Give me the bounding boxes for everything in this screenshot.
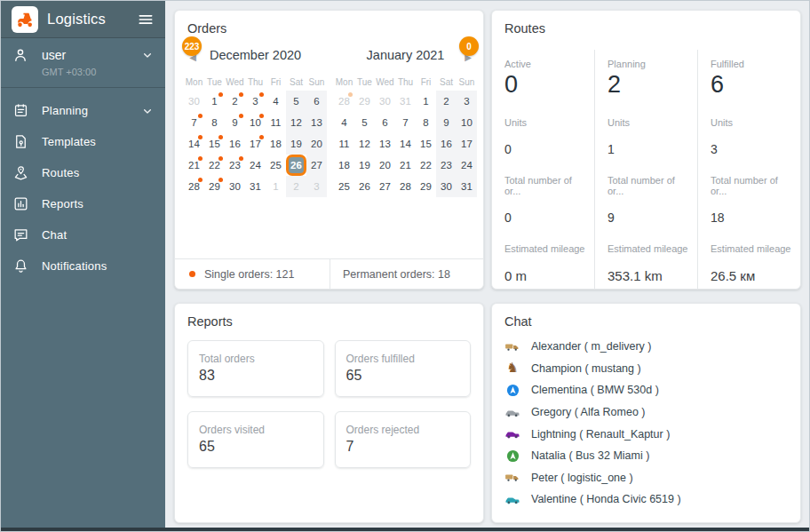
calendar-day[interactable]: 29 [204, 176, 225, 197]
calendar-day[interactable]: 2 [436, 91, 457, 112]
calendar-day[interactable]: 4 [334, 112, 354, 133]
chevron-down-icon[interactable] [140, 104, 155, 118]
calendar-day[interactable]: 13 [306, 112, 327, 133]
calendar-day[interactable]: 10 [245, 112, 266, 133]
chat-item[interactable]: ♞Champion ( mustang ) [504, 358, 788, 380]
chat-item[interactable]: Valentine ( Honda Civic 6519 ) [504, 488, 788, 511]
calendar-day[interactable]: 31 [245, 176, 266, 197]
calendar-day[interactable]: 15 [204, 133, 225, 155]
calendar-day[interactable]: 15 [416, 133, 436, 155]
prev-month-arrow-icon[interactable]: ◀223 [187, 51, 198, 63]
report-card-orders-fulfilled: Orders fulfilled65 [335, 340, 472, 397]
calendar-day[interactable]: 11 [334, 133, 354, 155]
sidebar-item-planning[interactable]: Planning [1, 95, 165, 126]
calendar-day[interactable]: 26 [354, 176, 375, 197]
sidebar-item-label: Reports [42, 197, 155, 210]
calendar-day[interactable]: 17 [457, 133, 477, 155]
calendar-day[interactable]: 28 [334, 91, 354, 112]
calendar-day[interactable]: 23 [436, 155, 457, 176]
calendar-day[interactable]: 23 [225, 155, 245, 176]
calendar-day[interactable]: 3 [306, 176, 327, 197]
calendar-day[interactable]: 2 [225, 91, 245, 112]
calendar-day[interactable]: 8 [204, 112, 225, 133]
chat-item[interactable]: Clementina ( BMW 530d ) [504, 379, 788, 401]
calendar-day[interactable]: 29 [354, 91, 375, 112]
calendar-day[interactable]: 18 [334, 155, 354, 176]
calendar-day[interactable]: 24 [245, 155, 266, 176]
calendar-day[interactable]: 29 [416, 176, 436, 197]
calendar-day[interactable]: 13 [375, 133, 395, 155]
chat-item-name: Clementina ( BMW 530d ) [531, 384, 659, 396]
calendar-day[interactable]: 25 [334, 176, 354, 197]
sidebar-user-section[interactable]: user GMT +03:00 [1, 38, 165, 88]
sidebar-item-reports[interactable]: Reports [1, 188, 165, 219]
calendar-month: ▶0January 2021MonTueWedThuFriSatSun28293… [334, 37, 477, 197]
calendar-day[interactable]: 20 [306, 133, 327, 155]
calendar-days-grid: 3012345678910111213141516171819202122232… [184, 91, 327, 197]
calendar-day[interactable]: 28 [184, 176, 204, 197]
sidebar-item-notifications[interactable]: Notifications [1, 250, 165, 282]
sidebar-item-chat[interactable]: Chat [1, 219, 165, 250]
calendar-day[interactable]: 2 [286, 176, 306, 197]
calendar-day[interactable]: 18 [266, 133, 286, 155]
calendar-day[interactable]: 17 [245, 133, 266, 155]
order-dot-icon [348, 92, 353, 97]
calendar-day[interactable]: 3 [457, 91, 477, 112]
calendar-day[interactable]: 7 [184, 112, 204, 133]
next-month-arrow-icon[interactable]: ▶0 [463, 51, 473, 63]
calendar-day[interactable]: 25 [266, 155, 286, 176]
calendar-day[interactable]: 1 [416, 91, 436, 112]
calendar-day[interactable]: 16 [436, 133, 457, 155]
report-card-label: Orders fulfilled [346, 353, 460, 365]
units-label: Units [504, 117, 587, 128]
calendar-day[interactable]: 30 [225, 176, 245, 197]
calendar-day[interactable]: 22 [204, 155, 225, 176]
calendar-day[interactable]: 19 [354, 155, 375, 176]
calendar-day[interactable]: 20 [375, 155, 395, 176]
calendar-day[interactable]: 16 [225, 133, 245, 155]
calendar-day[interactable]: 12 [286, 112, 306, 133]
calendar-day[interactable]: 27 [306, 155, 327, 176]
calendar-day[interactable]: 30 [436, 176, 457, 197]
calendar-day[interactable]: 24 [457, 155, 477, 176]
sidebar-item-routes[interactable]: Routes [1, 157, 165, 188]
calendar-day[interactable]: 10 [457, 112, 477, 133]
chevron-down-icon[interactable] [140, 48, 155, 62]
calendar-day[interactable]: 31 [395, 91, 416, 112]
calendar-day[interactable]: 5 [286, 91, 306, 112]
calendar-day[interactable]: 7 [395, 112, 416, 133]
calendar-day[interactable]: 19 [286, 133, 306, 155]
chat-item[interactable]: Natalia ( Bus 32 Miami ) [504, 445, 788, 467]
chat-item[interactable]: Gregory ( Alfa Romeo ) [504, 401, 788, 424]
total-orders-value: 18 [711, 210, 793, 225]
calendar-day[interactable]: 1 [204, 91, 225, 112]
calendar-day[interactable]: 14 [395, 133, 416, 155]
menu-toggle-icon[interactable] [137, 11, 155, 28]
calendar-day[interactable]: 28 [395, 176, 416, 197]
calendar-day[interactable]: 12 [354, 133, 375, 155]
calendar-day[interactable]: 6 [306, 91, 327, 112]
calendar-day[interactable]: 3 [245, 91, 266, 112]
calendar-day[interactable]: 4 [266, 91, 286, 112]
calendar-day[interactable]: 11 [266, 112, 286, 133]
calendar-day[interactable]: 1 [266, 176, 286, 197]
chat-item[interactable]: Peter ( logistic_one ) [504, 467, 788, 489]
sidebar-item-templates[interactable]: Templates [1, 126, 165, 157]
calendar-day[interactable]: 27 [375, 176, 395, 197]
calendar-day[interactable]: 30 [375, 91, 395, 112]
calendar-day[interactable]: 22 [416, 155, 436, 176]
weekday-label: Fri [266, 73, 286, 91]
calendar-day[interactable]: 31 [457, 176, 477, 197]
calendar-day[interactable]: 9 [436, 112, 457, 133]
calendar-day[interactable]: 8 [416, 112, 436, 133]
calendar-day[interactable]: 6 [375, 112, 395, 133]
calendar-day[interactable]: 9 [225, 112, 245, 133]
chat-item[interactable]: Lightning ( Renault_Kaptur ) [504, 423, 788, 445]
calendar-day[interactable]: 26 [286, 155, 306, 176]
calendar-day[interactable]: 14 [184, 133, 204, 155]
calendar-day[interactable]: 21 [395, 155, 416, 176]
calendar-day[interactable]: 30 [184, 91, 204, 112]
calendar-day[interactable]: 21 [184, 155, 204, 176]
chat-item[interactable]: Alexander ( m_delivery ) [504, 336, 788, 358]
calendar-day[interactable]: 5 [354, 112, 375, 133]
